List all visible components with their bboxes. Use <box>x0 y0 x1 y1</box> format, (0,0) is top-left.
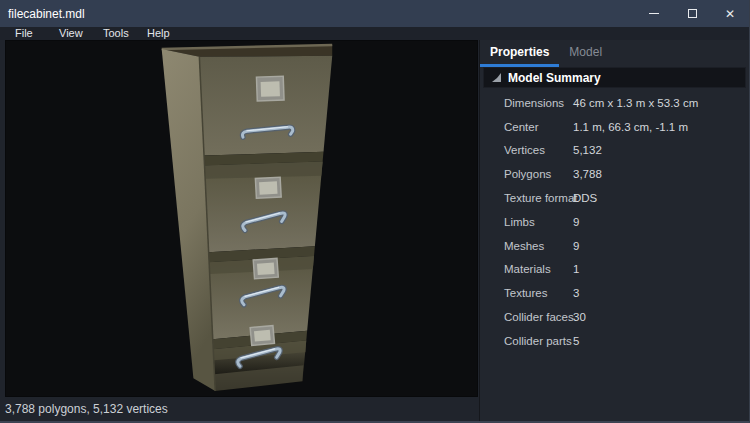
menu-item[interactable]: Help <box>147 27 191 40</box>
property-row: Collider parts 5 <box>480 329 749 353</box>
section-expander-icon <box>492 73 501 82</box>
status-text: 3,788 polygons, 5,132 vertices <box>0 402 168 416</box>
property-value: DDS <box>549 192 597 204</box>
property-row: Collider faces 30 <box>480 305 749 329</box>
property-value: 9 <box>549 216 579 228</box>
property-row: Polygons 3,788 <box>480 162 749 186</box>
minimize-button[interactable] <box>635 0 673 27</box>
property-row: Vertices 5,132 <box>480 139 749 163</box>
menu-item[interactable]: View <box>59 27 103 40</box>
property-value: 1 <box>549 263 579 275</box>
property-row: Dimensions 46 cm x 1.3 m x 53.3 cm <box>480 91 749 115</box>
property-label: Vertices <box>480 144 549 156</box>
property-label: Dimensions <box>480 97 549 109</box>
menu-item[interactable]: Tools <box>103 27 147 40</box>
property-label: Texture format <box>480 192 549 204</box>
model-viewport[interactable] <box>5 40 478 397</box>
property-label: Textures <box>480 287 549 299</box>
panel-tabs: Properties Model <box>480 40 749 67</box>
properties-panel: Properties Model Model Summary Dimension… <box>479 40 749 421</box>
property-row: Limbs 9 <box>480 210 749 234</box>
section-title: Model Summary <box>508 71 601 85</box>
property-value: 3,788 <box>549 168 602 180</box>
model-summary-header[interactable]: Model Summary <box>483 67 746 88</box>
property-row: Meshes 9 <box>480 234 749 258</box>
menu-item[interactable]: File <box>15 27 59 40</box>
property-label: Collider parts <box>480 335 549 347</box>
app-window: filecabinet.mdl ✕ File View Tools Help <box>0 0 750 423</box>
property-row: Materials 1 <box>480 258 749 282</box>
close-button[interactable]: ✕ <box>711 0 749 27</box>
property-label: Center <box>480 121 549 133</box>
tab-model[interactable]: Model <box>559 40 612 67</box>
property-rows: Dimensions 46 cm x 1.3 m x 53.3 cm Cente… <box>480 91 749 353</box>
property-value: 1.1 m, 66.3 cm, -1.1 m <box>549 121 688 133</box>
property-label: Polygons <box>480 168 549 180</box>
property-label: Meshes <box>480 240 549 252</box>
close-icon: ✕ <box>725 8 735 20</box>
property-value: 5,132 <box>549 144 602 156</box>
property-label: Materials <box>480 263 549 275</box>
maximize-icon <box>688 9 697 18</box>
window-controls: ✕ <box>635 0 749 27</box>
maximize-button[interactable] <box>673 0 711 27</box>
property-row: Texture format DDS <box>480 186 749 210</box>
property-label: Limbs <box>480 216 549 228</box>
property-row: Center 1.1 m, 66.3 cm, -1.1 m <box>480 115 749 139</box>
property-label: Collider faces <box>480 311 549 323</box>
property-value: 46 cm x 1.3 m x 53.3 cm <box>549 97 698 109</box>
title-bar[interactable]: filecabinet.mdl ✕ <box>0 0 749 27</box>
window-title: filecabinet.mdl <box>0 7 85 21</box>
property-value: 3 <box>549 287 579 299</box>
tab-properties[interactable]: Properties <box>480 40 559 67</box>
menu-bar: File View Tools Help <box>0 27 749 40</box>
minimize-icon <box>649 13 659 14</box>
property-value: 5 <box>549 335 579 347</box>
property-value: 30 <box>549 311 586 323</box>
property-value: 9 <box>549 240 579 252</box>
property-row: Textures 3 <box>480 281 749 305</box>
status-bar: 3,788 polygons, 5,132 vertices <box>0 397 479 421</box>
filecabinet-3d-render <box>6 41 477 396</box>
